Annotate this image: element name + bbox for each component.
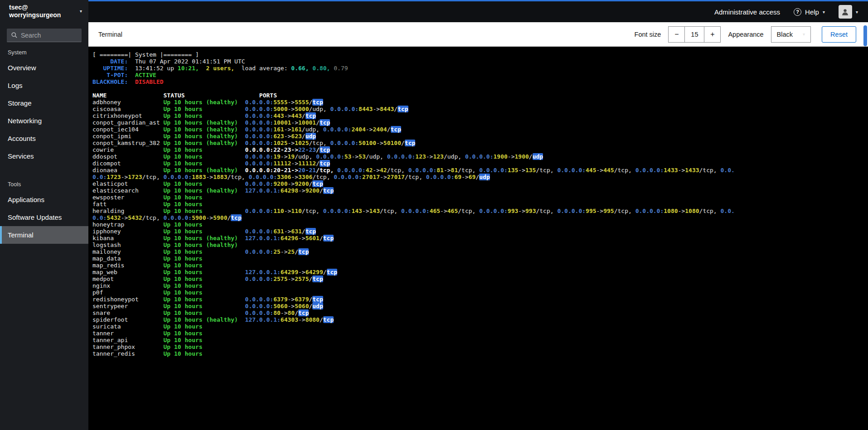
terminal-line: NAME STATUS PORTS — [92, 92, 868, 99]
terminal-line: heralding Up 10 hours 0.0.0.0:110->110/t… — [92, 208, 868, 214]
terminal-line: UPTIME: 13:41:52 up 10:21, 2 users, load… — [92, 65, 868, 72]
terminal-line: cowrie Up 10 hours 0.0.0.0:22-23->22-23/… — [92, 146, 868, 153]
appearance-value: Black — [777, 31, 793, 38]
nav-section: ToolsApplicationsSoftware UpdatesTermina… — [0, 175, 88, 244]
page-title: Terminal — [98, 31, 122, 38]
terminal-line: tanner_phpox Up 10 hours — [92, 343, 868, 350]
terminal-line: [ ========| System |======== ] — [92, 51, 868, 58]
appearance-select[interactable]: Black ▾ — [771, 26, 811, 43]
nav-section-label: Tools — [0, 175, 88, 191]
terminal-line: sentrypeer Up 10 hours 0.0.0.0:5060->506… — [92, 303, 868, 309]
help-label: Help — [805, 8, 819, 16]
terminal-line: nginx Up 10 hours — [92, 282, 868, 289]
sidebar-item-overview[interactable]: Overview — [0, 59, 88, 77]
help-menu[interactable]: ? Help ▾ — [794, 8, 825, 16]
session-menu[interactable]: ▾ — [839, 5, 858, 19]
terminal-line: conpot_kamstrup_382 Up 10 hours (healthy… — [92, 140, 868, 146]
terminal-line: suricata Up 10 hours — [92, 323, 868, 330]
sidebar-item-logs[interactable]: Logs — [0, 77, 88, 94]
terminal-line: map_redis Up 10 hours — [92, 262, 868, 269]
terminal-output[interactable]: [ ========| System |======== ] DATE: Thu… — [88, 47, 868, 430]
terminal-line: p0f Up 10 hours — [92, 289, 868, 296]
chevron-down-icon: ▾ — [80, 9, 82, 14]
font-size-label: Font size — [635, 31, 661, 38]
terminal-line: adbhoney Up 10 hours (healthy) 0.0.0.0:5… — [92, 99, 868, 106]
terminal-line: elasticpot Up 10 hours 0.0.0.0:9200->920… — [92, 180, 868, 187]
administrative-access-label: Administrative access — [714, 8, 780, 16]
question-circle-icon: ? — [794, 8, 801, 16]
session-user-menu[interactable]: tsec@ worryingsurgeon ▾ — [0, 0, 88, 22]
terminal-line: ciscoasa Up 10 hours 0.0.0.0:5000->5000/… — [92, 106, 868, 112]
sidebar-item-networking[interactable]: Networking — [0, 112, 88, 130]
terminal-toolbar: Terminal Font size − 15 + Appearance Bla… — [88, 22, 868, 47]
chevron-down-icon: ▾ — [823, 10, 825, 14]
terminal-line: dionaea Up 10 hours (healthy) 0.0.0.0:20… — [92, 167, 868, 174]
masthead: Administrative access ? Help ▾ ▾ — [88, 0, 868, 22]
terminal-line: conpot_guardian_ast Up 10 hours (healthy… — [92, 119, 868, 126]
terminal-line: fatt Up 10 hours — [92, 201, 868, 208]
terminal-line: redishoneypot Up 10 hours 0.0.0.0:6379->… — [92, 296, 868, 303]
terminal-line: honeytrap Up 10 hours — [92, 221, 868, 228]
terminal-line: conpot_iec104 Up 10 hours (healthy) 0.0.… — [92, 126, 868, 133]
terminal-line: T-POT: ACTIVE — [92, 72, 868, 78]
sidebar-nav: SystemOverviewLogsStorageNetworkingAccou… — [0, 43, 88, 244]
chevron-down-icon: ▾ — [803, 32, 805, 37]
terminal-line: 0.0:5432->5432/tcp, 0.0.0.0:5900->5900/t… — [92, 214, 868, 221]
sidebar-item-terminal[interactable]: Terminal — [0, 226, 88, 244]
session-user-name: tsec@ worryingsurgeon — [9, 4, 61, 19]
sidebar-item-storage[interactable]: Storage — [0, 94, 88, 112]
administrative-access-button[interactable]: Administrative access — [714, 8, 780, 16]
reset-button[interactable]: Reset — [822, 26, 856, 43]
sidebar-item-software-updates[interactable]: Software Updates — [0, 208, 88, 226]
sidebar: tsec@ worryingsurgeon ▾ SystemOverviewLo… — [0, 0, 88, 430]
search-input[interactable] — [21, 32, 78, 39]
person-icon — [841, 8, 849, 16]
terminal-line: logstash Up 10 hours (healthy) — [92, 242, 868, 248]
terminal-line: ewsposter Up 10 hours — [92, 194, 868, 201]
terminal-line: citrixhoneypot Up 10 hours 0.0.0.0:443->… — [92, 112, 868, 119]
terminal-line: ddospot Up 10 hours 0.0.0.0:19->19/udp, … — [92, 153, 868, 160]
terminal-line: elasticsearch Up 10 hours (healthy) 127.… — [92, 187, 868, 194]
terminal-line: ipphoney Up 10 hours 0.0.0.0:631->631/tc… — [92, 228, 868, 235]
appearance-label: Appearance — [728, 31, 763, 38]
session-user-line2: worryingsurgeon — [9, 11, 61, 19]
terminal-line: mailoney Up 10 hours 0.0.0.0:25->25/tcp — [92, 248, 868, 255]
scrollbar-thumb[interactable] — [863, 25, 867, 46]
sidebar-item-services[interactable]: Services — [0, 147, 88, 165]
font-size-stepper: − 15 + — [668, 26, 721, 43]
terminal-line: kibana Up 10 hours (healthy) 127.0.0.1:6… — [92, 235, 868, 242]
font-increase-button[interactable]: + — [704, 26, 721, 43]
sidebar-item-applications[interactable]: Applications — [0, 191, 88, 208]
font-size-value: 15 — [684, 26, 704, 43]
sidebar-search[interactable] — [7, 29, 82, 42]
terminal-line: dicompot Up 10 hours 0.0.0.0:11112->1111… — [92, 160, 868, 167]
nav-section-label: System — [0, 43, 88, 59]
terminal-line: medpot Up 10 hours 0.0.0.0:2575->2575/tc… — [92, 275, 868, 282]
nav-section: SystemOverviewLogsStorageNetworkingAccou… — [0, 43, 88, 165]
terminal-line: tanner_api Up 10 hours — [92, 337, 868, 343]
toolbar-controls: Font size − 15 + Appearance Black ▾ Rese… — [635, 26, 856, 43]
terminal-line: conpot_ipmi Up 10 hours (healthy) 0.0.0.… — [92, 133, 868, 140]
app-window: tsec@ worryingsurgeon ▾ SystemOverviewLo… — [0, 0, 868, 430]
terminal-line: BLACKHOLE: DISABLED — [92, 78, 868, 85]
session-user-line1: tsec@ — [9, 4, 61, 11]
terminal-line — [92, 85, 868, 92]
search-icon — [11, 32, 18, 39]
terminal-line: map_data Up 10 hours — [92, 255, 868, 262]
terminal-line: 0.0:1723->1723/tcp, 0.0.0.0:1883->1883/t… — [92, 174, 868, 180]
terminal-line: tanner_redis Up 10 hours — [92, 350, 868, 357]
terminal-line: spiderfoot Up 10 hours (healthy) 127.0.0… — [92, 316, 868, 323]
sidebar-item-accounts[interactable]: Accounts — [0, 130, 88, 147]
avatar — [839, 5, 852, 19]
font-decrease-button[interactable]: − — [668, 26, 685, 43]
terminal-line: snare Up 10 hours 0.0.0.0:80->80/tcp — [92, 309, 868, 316]
terminal-line: tanner Up 10 hours — [92, 330, 868, 337]
terminal-line: DATE: Thu 07 Apr 2022 01:41:51 PM UTC — [92, 58, 868, 65]
terminal-line: map_web Up 10 hours 127.0.0.1:64299->642… — [92, 269, 868, 275]
chevron-down-icon: ▾ — [856, 10, 858, 14]
